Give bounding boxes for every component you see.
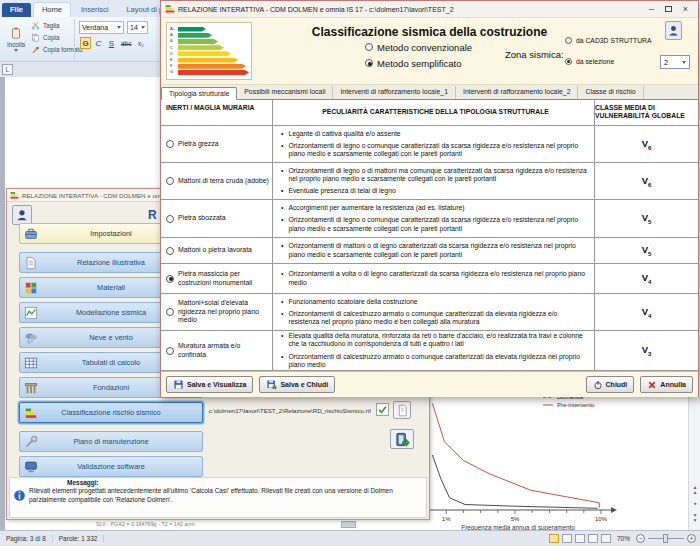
view-fullscreen-icon[interactable] [562,534,572,543]
export-report-button[interactable] [390,429,414,449]
strikethrough-button[interactable]: abc [119,37,133,49]
radio-option-metodo-convenzionale[interactable]: Metodo convenzionale [365,40,472,54]
nav-button-classificazione-rischio-sismico[interactable]: Classificazione rischio sismico [19,402,203,423]
nav-button-validazione-software[interactable]: Validazione software [19,456,203,477]
tab-tipologia-strutturale[interactable]: Tipologia strutturale [161,87,237,100]
scissors-icon [31,21,40,30]
bullet-item: •Orizzontamenti di mattoni o di legno ca… [281,242,590,258]
view-web-layout-icon[interactable] [575,534,585,543]
radio-circle[interactable] [565,58,572,65]
bullet-item: •Legante di cattiva qualità e/o assente [281,130,590,138]
tab-interventi-di-rafforzamento-locale-1[interactable]: Interventi di rafforzamento locale_1 [333,86,456,99]
bullet-dot: • [281,310,283,326]
energy-class-label: F [170,64,178,68]
method-radio-group: Metodo convenzionaleMetodo semplificato [365,40,472,72]
check-icon [377,404,388,415]
typology-radio[interactable] [166,177,174,185]
zoom-level[interactable]: 70% [614,535,633,542]
vulnerability-class: V4 [642,306,652,319]
bullet-text: Orizzontamenti a volta o di legno caratt… [288,270,590,286]
minimize-button[interactable]: – [643,3,660,16]
view-outline-icon[interactable] [588,534,598,543]
zoom-slider[interactable] [648,538,684,539]
table-row-muratura-armata-e-o-confinata: Muratura armata e/o confinata•Elevata qu… [161,331,698,371]
view-print-layout-icon[interactable] [549,534,559,543]
messages-label: Messaggi: [67,479,99,486]
font-size-select[interactable]: 14 [127,21,148,34]
radio-circle[interactable] [365,43,373,51]
ribbon-tab-file[interactable]: File [2,3,31,17]
open-report-button[interactable] [393,401,411,419]
chevron-down-icon [682,61,686,64]
v-number: 6 [648,144,651,150]
column-header-peculiarita: PECULIARITÀ CARATTERISTICHE DELLA TIPOLO… [273,100,595,125]
maximize-button[interactable] [660,3,677,16]
italic-button[interactable]: C [93,37,104,49]
radio-label: Metodo semplificato [377,58,461,69]
document-gutter [0,77,5,530]
font-name-select[interactable]: Verdana [79,21,124,34]
radio-option-da-selezione[interactable]: da selezione [565,55,652,67]
ribbon-tab-inserisci[interactable]: Inserisci [73,3,117,17]
typology-radio[interactable] [166,140,174,148]
view-draft-icon[interactable] [601,534,611,543]
close-dialog-button[interactable]: Chiudi [586,376,635,393]
typology-radio[interactable] [166,247,174,255]
zoom-slider-thumb[interactable] [663,534,668,543]
v-number: 4 [648,312,651,318]
radio-label: Metodo convenzionale [377,42,472,53]
typology-radio[interactable] [166,215,174,223]
next-page-icon[interactable]: ▼▼ [691,513,699,523]
typology-label: Mattoni o pietra lavorata [178,246,252,255]
energy-class-bar [178,58,238,63]
save-view-button[interactable]: Salva e Visualizza [166,376,253,393]
zoom-in-button[interactable]: + [687,534,696,543]
file-checkbox[interactable] [376,403,389,416]
save-close-button[interactable]: Salva e Chiudi [259,376,335,393]
typology-radio[interactable] [166,308,174,316]
bullet-dot: • [281,204,283,212]
bullet-item: •Orizzontamenti a volta o di legno carat… [281,270,590,286]
dialog-title-bar[interactable]: RELAZIONE INTERATTIVA - CDM DOLMEN e omn… [161,1,698,18]
tab-stop-selector[interactable]: L [2,64,13,75]
user-icon [667,24,680,37]
chevron-down-icon [141,26,145,29]
previous-page-icon[interactable]: ▲▲ [691,485,699,495]
save-view-label: Salva e Visualizza [187,381,246,388]
table-row-pietra-sbozzata: Pietra sbozzata•Accorgimenti per aumenta… [161,200,698,238]
word-count[interactable]: Parole: 1 332 [53,535,105,542]
nav-button-piano-di-manutenzione[interactable]: Piano di manutenzione [19,431,203,452]
tab-possibili-meccanismi-locali[interactable]: Possibili meccanismi locali [237,86,333,99]
typology-radio[interactable] [166,347,174,355]
underline-button[interactable]: S [106,37,117,49]
close-button[interactable]: × [677,3,694,16]
horizontal-scrollbar-thumb[interactable] [341,521,356,528]
tab-classe-di-rischio[interactable]: Classe di rischio [578,86,643,99]
vulnerability-class: V5 [642,244,652,257]
vulnerability-cell: V5 [595,200,698,237]
bullet-item: •Orizzontamenti di legno o comunque cara… [281,142,590,158]
typology-radio[interactable] [166,275,174,283]
radio-option-metodo-semplificato[interactable]: Metodo semplificato [365,56,472,70]
format-painter-icon [31,45,40,54]
status-bar: Pagina: 3 di 8 Parole: 1 332 70% − + [0,530,700,546]
tab-interventi-di-rafforzamento-locale-2[interactable]: Interventi di rafforzamento locale_2 [456,86,579,99]
zona-select[interactable]: 2 [660,55,690,69]
zona-select-value: 2 [664,58,668,67]
page-indicator[interactable]: Pagina: 3 di 8 [0,535,53,542]
radio-option-da-cad3d-struttura[interactable]: da CAD3D STRUTTURA [565,34,652,46]
cancel-button[interactable]: Annulla [640,376,693,393]
zoom-out-button[interactable]: − [636,534,645,543]
power-icon [593,380,603,390]
select-browse-object-icon[interactable]: ● [691,501,699,506]
radio-circle[interactable] [565,37,572,44]
typology-cell: Mattoni+solai d'elevata rigidezza nel pr… [161,294,273,330]
radio-circle[interactable] [365,59,373,67]
nav-button-label: Fondazioni [93,383,129,392]
classificazione-dialog: RELAZIONE INTERATTIVA - CDM DOLMEN e omn… [160,0,699,397]
subscript-button[interactable]: x₂ [135,37,146,49]
vulnerability-cell: V3 [595,331,698,370]
bold-button[interactable]: G [80,37,91,49]
paste-button[interactable]: Incolla [3,19,29,58]
ribbon-tab-home[interactable]: Home [33,2,71,17]
